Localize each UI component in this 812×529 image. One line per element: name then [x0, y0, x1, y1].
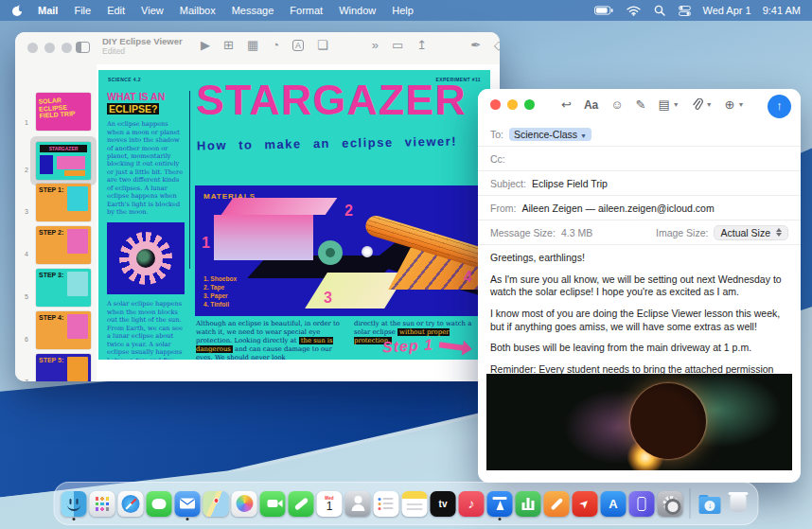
wifi-icon[interactable] — [627, 6, 641, 16]
eclipse-heading[interactable]: WHAT IS AN ECLIPSE? — [107, 91, 185, 115]
comment-icon[interactable]: ▭ — [392, 38, 403, 52]
format-icon[interactable]: ✒ — [470, 38, 481, 52]
materials-box[interactable]: MATERIALS 1 2 3 4 1. Shoebox 2. Tape 3. … — [195, 185, 490, 316]
close-button[interactable] — [490, 99, 501, 110]
dock-phone[interactable] — [289, 491, 314, 517]
cc-field[interactable]: Cc: — [478, 147, 801, 171]
menu-item-mailbox[interactable]: Mailbox — [180, 5, 216, 16]
menu-item-view[interactable]: View — [141, 5, 164, 16]
dock-reminders[interactable] — [374, 491, 399, 517]
stargazer-slide[interactable]: SCIENCE 4.2 EXPERIMENT #11 WHAT IS AN EC… — [98, 70, 490, 360]
zoom-button[interactable] — [62, 43, 72, 53]
template-icon[interactable]: ▤▼ — [658, 97, 679, 112]
dock-safari[interactable] — [118, 491, 144, 517]
search-icon[interactable] — [654, 5, 665, 16]
slide-thumbnail-7[interactable]: STEP 5: — [36, 354, 91, 381]
send-button[interactable]: ↑ — [768, 95, 791, 118]
to-field[interactable]: To: Science-Class ▼ — [478, 122, 801, 147]
keynote-titlebar[interactable]: DIY Eclipse Viewer Edited ▶ ⊞ ▦ ◔ A ❏ » … — [15, 32, 500, 64]
dock-system-settings[interactable] — [658, 491, 683, 517]
dock-app-store[interactable]: A — [601, 491, 627, 517]
text-icon[interactable]: A — [292, 40, 304, 51]
dock-music[interactable]: ♪ — [459, 491, 485, 517]
dock-keynote[interactable] — [487, 491, 513, 517]
attach-icon[interactable]: ▼ — [692, 98, 713, 111]
menu-item-message[interactable]: Message — [232, 5, 274, 16]
slide-thumbnail-1[interactable]: SOLAR ECLIPSE FIELD TRIP — [36, 93, 91, 131]
menu-date[interactable]: Wed Apr 1 — [702, 5, 750, 16]
control-center-icon[interactable] — [679, 6, 691, 16]
emoji-icon[interactable]: ☺ — [610, 97, 623, 112]
slide-thumbnail-6[interactable]: STEP 4: — [36, 311, 91, 349]
dock-trash[interactable] — [726, 491, 751, 517]
dock-tv[interactable]: tv — [431, 491, 456, 517]
slide-thumbnail-4[interactable]: STEP 2: — [36, 226, 91, 264]
menu-item-format[interactable]: Format — [290, 5, 323, 16]
menu-item-help[interactable]: Help — [392, 5, 414, 16]
menu-item-edit[interactable]: Edit — [107, 5, 125, 16]
reply-icon[interactable]: ↩ — [561, 97, 572, 112]
menu-app-name[interactable]: Mail — [38, 5, 58, 16]
slide-thumbnail-3[interactable]: STEP 1: — [36, 184, 91, 221]
dock-games[interactable]: ➤ — [573, 491, 598, 517]
battery-icon[interactable] — [594, 6, 613, 15]
sun-illustration[interactable] — [107, 222, 185, 294]
dock-mail[interactable] — [175, 491, 201, 517]
left-column[interactable]: WHAT IS AN ECLIPSE? An eclipse happens w… — [107, 91, 185, 360]
dock-downloads[interactable]: ↓ — [697, 491, 723, 517]
dock-finder[interactable] — [62, 491, 87, 517]
subject-field[interactable]: Subject: Eclipse Field Trip — [478, 171, 801, 196]
markup-icon[interactable]: ✎ — [636, 97, 646, 112]
play-icon[interactable]: ▶ — [201, 38, 210, 52]
mail-window-controls[interactable] — [490, 99, 535, 110]
sidebar-toggle-icon[interactable] — [76, 42, 90, 53]
dock-maps[interactable] — [203, 491, 229, 517]
from-field[interactable]: From: Aileen Zeigen — aileen.zeigen@iclo… — [478, 196, 801, 220]
table-icon[interactable]: ▦ — [247, 38, 258, 52]
dock-contacts[interactable] — [345, 491, 371, 517]
slide-thumbnail-2[interactable]: STARGAZER — [36, 142, 91, 180]
slide-title[interactable]: STARGAZER — [196, 76, 485, 125]
phone-icon — [289, 491, 314, 517]
eclipse-paragraph-1[interactable]: An eclipse happens when a moon or planet… — [107, 120, 185, 216]
keynote-window-controls[interactable] — [27, 43, 72, 53]
zoom-button[interactable] — [524, 99, 535, 110]
shape-icon[interactable]: ❏ — [317, 38, 328, 52]
image-size-select[interactable]: Actual Size — [714, 225, 788, 240]
minimize-button[interactable] — [507, 99, 518, 110]
callout-1: 1 — [202, 235, 210, 252]
mail-toolbar[interactable]: ↩ Aa ☺ ✎ ▤▼ ▼ ⊕▼ ↑ — [478, 89, 801, 122]
slide-thumbnail-5[interactable]: STEP 3: — [36, 269, 91, 307]
eclipse-photo-attachment[interactable] — [486, 374, 792, 470]
step-annotation[interactable]: Step 1 — [382, 337, 434, 357]
recipient-token[interactable]: Science-Class ▼ — [509, 128, 591, 141]
more-icon[interactable]: » — [372, 38, 379, 52]
close-button[interactable] — [27, 43, 38, 53]
slide-subtitle[interactable]: How to make an eclipse viewer! — [197, 134, 457, 153]
menu-bar: Mail File Edit View Mailbox Message Form… — [0, 0, 812, 21]
insert-icon[interactable]: ⊕▼ — [725, 97, 745, 112]
dock-notes[interactable] — [402, 491, 428, 517]
dock-photos[interactable] — [232, 491, 257, 517]
share-icon[interactable]: ↥ — [416, 38, 427, 52]
add-slide-icon[interactable]: ⊞ — [223, 38, 234, 52]
thumb-art — [64, 170, 85, 176]
dock-calendar[interactable]: Wed 1 — [317, 491, 343, 517]
course-tag[interactable]: SCIENCE 4.2 — [108, 77, 141, 82]
dock-pages[interactable] — [544, 491, 570, 517]
menu-item-file[interactable]: File — [74, 5, 91, 16]
animate-icon[interactable]: ◇ — [494, 38, 500, 52]
menu-item-window[interactable]: Window — [339, 5, 376, 16]
format-icon[interactable]: Aa — [584, 98, 598, 112]
caution-text-left[interactable]: Although an eclipse is beautiful, in ord… — [196, 320, 347, 360]
dock-launchpad[interactable] — [90, 491, 115, 517]
dock-numbers[interactable] — [516, 491, 541, 517]
dock-facetime[interactable] — [260, 491, 286, 517]
dock-iphone-mirroring[interactable] — [629, 491, 655, 517]
dock-messages[interactable] — [147, 491, 172, 517]
minimize-button[interactable] — [44, 43, 55, 53]
apple-menu-icon[interactable] — [11, 4, 23, 17]
menu-time[interactable]: 9:41 AM — [763, 5, 801, 16]
eclipse-paragraph-2[interactable]: A solar eclipse happens when the moon bl… — [107, 300, 185, 360]
chart-icon[interactable]: ◔ — [272, 38, 279, 52]
